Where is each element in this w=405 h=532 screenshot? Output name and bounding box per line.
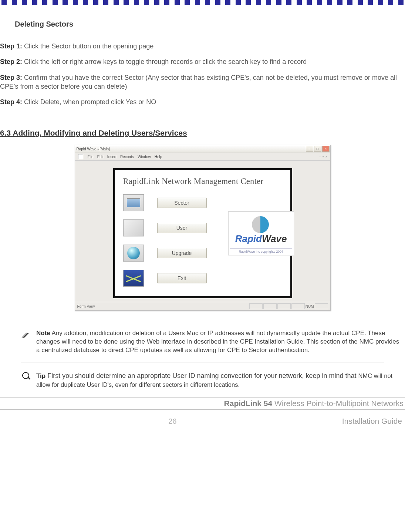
close-button[interactable]: × — [322, 146, 330, 152]
mdi-restore-icon[interactable]: ▫ — [323, 155, 324, 158]
workspace: RapidLink Network Management Center Sect… — [75, 161, 330, 302]
status-bar: Form View NUM — [75, 302, 330, 310]
subsection-heading: 6.3 Adding, Modifying and Deleting Users… — [0, 129, 405, 137]
menu-file[interactable]: File — [88, 155, 94, 159]
status-left: Form View — [77, 304, 95, 308]
page-footer: RapidLink 54 Wireless Point-to-Multipoin… — [0, 397, 405, 426]
tip-callout: Tip First you should determine an approp… — [22, 371, 401, 389]
sector-icon — [123, 194, 144, 211]
divider — [21, 362, 384, 362]
logo-text-prefix: Rapid — [235, 233, 262, 244]
upgrade-button[interactable]: Upgrade — [157, 248, 207, 258]
mdi-close-icon[interactable]: × — [325, 155, 327, 158]
footer-brand-bold: RapidLink 54 — [224, 399, 273, 407]
step-4-text: Click Delete, when prompted click Yes or… — [22, 98, 156, 106]
status-cell — [315, 303, 328, 309]
steps-list: Step 1: Click the Sector button on the o… — [0, 42, 401, 106]
logo-swirl-icon — [252, 216, 269, 233]
menu-window[interactable]: Window — [138, 155, 151, 159]
step-1-text: Click the Sector button on the opening p… — [22, 42, 153, 50]
status-cell — [263, 303, 277, 309]
tip-lead: First you should determine an appropriat… — [45, 372, 358, 379]
maximize-button[interactable]: □ — [314, 146, 321, 152]
step-1-label: Step 1: — [0, 42, 22, 50]
mdi-min-icon[interactable]: – — [319, 155, 321, 158]
brand-logo: RapidWave RapidWave Inc copyrights 2004 — [228, 211, 294, 255]
document-icon — [78, 154, 83, 159]
page-number: 26 — [3, 417, 342, 426]
status-num: NUM — [306, 304, 314, 308]
section-heading: Deleting Sectors — [15, 20, 405, 28]
status-cell — [277, 303, 291, 309]
step-4-label: Step 4: — [0, 98, 22, 106]
minimize-button[interactable]: – — [306, 146, 313, 152]
main-panel: RapidLink Network Management Center Sect… — [113, 168, 292, 298]
step-3-label: Step 3: — [0, 74, 22, 81]
app-window: Rapid Wave - [Main] – □ × File Edit Inse… — [75, 145, 331, 311]
footer-rule — [0, 397, 405, 398]
menu-edit[interactable]: Edit — [97, 155, 104, 159]
footer-rule — [0, 409, 405, 410]
menu-insert[interactable]: Insert — [107, 155, 117, 159]
note-callout: Note Any addition, modification or delet… — [22, 329, 401, 355]
logo-copyright: RapidWave Inc copyrights 2004 — [230, 248, 292, 253]
magnify-icon — [22, 372, 32, 382]
titlebar: Rapid Wave - [Main] – □ × — [75, 145, 330, 153]
user-button[interactable]: User — [157, 223, 207, 233]
user-icon — [123, 219, 144, 236]
pencil-icon — [22, 330, 32, 340]
status-cell — [249, 303, 263, 309]
exit-button[interactable]: Exit — [157, 273, 207, 283]
exit-icon — [123, 270, 144, 287]
app-title: Rapid Wave - [Main] — [77, 147, 110, 151]
note-text: Any addition, modification or deletion o… — [36, 330, 399, 354]
footer-brand-rest: Wireless Point-to-Multipoint Networks — [272, 399, 404, 407]
logo-text-suffix: Wave — [262, 233, 287, 244]
menu-records[interactable]: Records — [120, 155, 134, 159]
note-label: Note — [36, 330, 50, 337]
step-3-text: Confirm that you have the correct Sector… — [0, 74, 397, 90]
upgrade-icon — [123, 245, 144, 262]
menubar: File Edit Insert Records Window Help – ▫… — [75, 153, 330, 161]
step-2-label: Step 2: — [0, 58, 22, 65]
tip-label: Tip — [36, 372, 45, 379]
footer-doc-title: Installation Guide — [342, 417, 402, 426]
status-cell — [291, 303, 305, 309]
page-top-border — [0, 0, 405, 5]
step-2-text: Click the left or right arrow keys to to… — [22, 58, 307, 65]
sector-button[interactable]: Sector — [157, 198, 207, 208]
panel-title: RapidLink Network Management Center — [123, 177, 282, 186]
menu-help[interactable]: Help — [155, 155, 162, 159]
